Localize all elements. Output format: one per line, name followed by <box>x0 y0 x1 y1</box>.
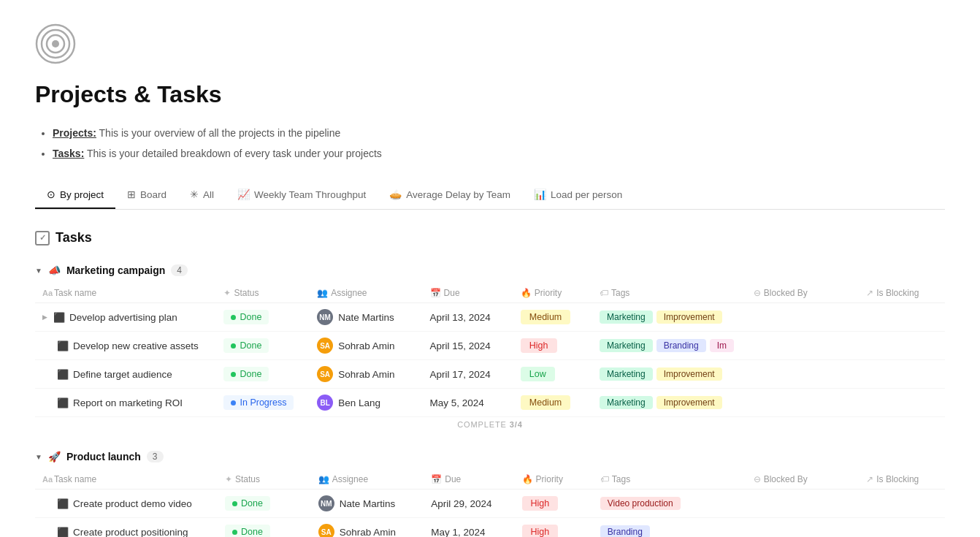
task-page-icon: ⬛ <box>57 498 69 509</box>
task-priority-cell: High <box>515 518 593 538</box>
tag: Marketing <box>600 311 653 324</box>
bullet-tasks: Tasks: This is your detailed breakdown o… <box>53 143 945 164</box>
avatar: SA <box>318 524 334 537</box>
complete-text: COMPLETE <box>457 420 510 429</box>
group-header-marketing-campaign[interactable]: ▼ 📣 Marketing campaign 4 <box>35 260 945 281</box>
all-icon: ✳ <box>190 188 199 200</box>
tab-avg-delay[interactable]: 🥧 Average Delay by Team <box>378 181 522 209</box>
task-is-blocking-cell <box>859 490 945 518</box>
avatar: NM <box>318 495 334 511</box>
task-page-icon: ⬛ <box>57 369 69 380</box>
th-priority: 🔥Priority <box>513 283 592 303</box>
status-dot <box>232 501 237 506</box>
tag: Im <box>710 339 734 352</box>
assignee-name: Sohrab Amin <box>340 527 396 538</box>
task-name-text: Create product demo video <box>73 498 192 509</box>
task-name-text: Develop new creative assets <box>73 340 199 351</box>
priority-badge: Medium <box>521 395 570 410</box>
task-name-text: Create product positioning <box>73 527 188 538</box>
task-tags-cell: MarketingImprovement <box>592 360 746 389</box>
tab-by-project[interactable]: ⊙ By project <box>35 181 115 209</box>
task-status-cell[interactable]: Done <box>216 303 310 332</box>
task-name-cell: ⬛ Develop new creative assets <box>35 332 216 360</box>
group-count: 3 <box>147 451 164 462</box>
task-page-icon: ⬛ <box>57 340 69 351</box>
task-is-blocking-cell <box>859 332 945 360</box>
assignee-name: Sohrab Amin <box>338 340 394 351</box>
tag: Marketing <box>600 396 653 409</box>
task-due-cell: April 17, 2024 <box>423 360 513 389</box>
status-dot <box>231 400 236 405</box>
table-row[interactable]: ⬛ Report on marketing ROI In Progress BL… <box>35 389 945 417</box>
task-page-icon: ⬛ <box>57 527 69 538</box>
task-tags-cell: MarketingImprovement <box>592 389 746 417</box>
table-row[interactable]: ⬛ Define target audience Done SA Sohrab … <box>35 360 945 389</box>
tab-all[interactable]: ✳ All <box>178 181 226 209</box>
th-tags: 🏷Tags <box>592 283 746 303</box>
task-priority-cell: Medium <box>513 389 592 417</box>
task-status-cell[interactable]: Done <box>216 332 310 360</box>
table-row[interactable]: ⬛ Create product positioning Done SA Soh… <box>35 518 945 538</box>
th-priority: 🔥Priority <box>515 470 593 490</box>
task-blocked-by-cell <box>746 389 859 417</box>
th-tags: 🏷Tags <box>593 470 746 490</box>
task-name-text: Define target audience <box>73 369 172 380</box>
tab-load[interactable]: 📊 Load per person <box>522 181 634 209</box>
group-emoji: 📣 <box>48 264 61 276</box>
priority-badge: High <box>522 496 559 511</box>
status-badge: Done <box>225 525 270 537</box>
table-row[interactable]: ▶ ⬛ Develop advertising plan Done NM Nat… <box>35 303 945 332</box>
task-assignee-cell: SA Sohrab Amin <box>310 332 422 360</box>
group-collapse-triangle[interactable]: ▼ <box>35 453 42 461</box>
assignee-name: Sohrab Amin <box>338 369 394 380</box>
board-icon: ⊞ <box>127 188 136 200</box>
complete-fraction: 3/4 <box>510 420 523 429</box>
tag: Marketing <box>600 367 653 381</box>
status-dot <box>232 530 237 535</box>
task-status-cell[interactable]: Done <box>218 490 311 518</box>
expand-button[interactable]: ▶ <box>42 313 47 321</box>
avatar: NM <box>317 309 333 325</box>
status-badge: Done <box>223 367 269 381</box>
avatar: SA <box>317 366 333 382</box>
task-status-cell[interactable]: In Progress <box>216 389 310 417</box>
task-status-cell[interactable]: Done <box>216 360 310 389</box>
assignee-name: Nate Martins <box>340 498 396 509</box>
task-tags-cell: Branding <box>593 518 746 538</box>
group-marketing-campaign: ▼ 📣 Marketing campaign 4 AaTask name ✦St… <box>35 260 945 432</box>
task-status-cell[interactable]: Done <box>218 518 311 538</box>
tag: Marketing <box>600 339 653 352</box>
task-name-text: Report on marketing ROI <box>73 397 183 408</box>
th-due: 📅Due <box>424 470 514 490</box>
task-is-blocking-cell <box>859 518 945 538</box>
load-icon: 📊 <box>534 188 546 200</box>
tab-board[interactable]: ⊞ Board <box>115 181 178 209</box>
task-name-cell: ⬛ Define target audience <box>35 360 216 389</box>
group-header-product-launch[interactable]: ▼ 🚀 Product launch 3 <box>35 446 945 467</box>
task-tags-cell: MarketingBrandingIm <box>592 332 746 360</box>
group-collapse-triangle[interactable]: ▼ <box>35 267 42 275</box>
tag: Video production <box>600 497 681 510</box>
tab-weekly[interactable]: 📈 Weekly Team Throughput <box>226 181 378 209</box>
tasks-link[interactable]: Tasks: <box>53 148 84 159</box>
task-name-cell: ⬛ Create product positioning <box>35 518 218 538</box>
task-blocked-by-cell <box>746 490 860 518</box>
group-name: Marketing campaign <box>66 264 165 276</box>
bullet-projects: Projects: This is your overview of all t… <box>53 123 945 143</box>
task-page-icon: ⬛ <box>57 397 69 408</box>
table-row[interactable]: ⬛ Develop new creative assets Done SA So… <box>35 332 945 360</box>
priority-badge: High <box>521 338 557 353</box>
bullet-list: Projects: This is your overview of all t… <box>35 123 945 164</box>
task-priority-cell: Medium <box>513 303 592 332</box>
avatar: BL <box>317 395 333 411</box>
assignee-name: Nate Martins <box>338 312 394 323</box>
task-assignee-cell: BL Ben Lang <box>310 389 422 417</box>
status-dot <box>231 343 236 349</box>
table-row[interactable]: ⬛ Create product demo video Done NM Nate… <box>35 490 945 518</box>
task-due-cell: April 15, 2024 <box>423 332 513 360</box>
task-name-cell: ⬛ Create product demo video <box>35 490 218 518</box>
projects-link[interactable]: Projects: <box>53 127 96 139</box>
svg-point-3 <box>52 40 59 47</box>
by-project-icon: ⊙ <box>47 188 55 200</box>
th-assignee: 👥Assignee <box>310 283 422 303</box>
